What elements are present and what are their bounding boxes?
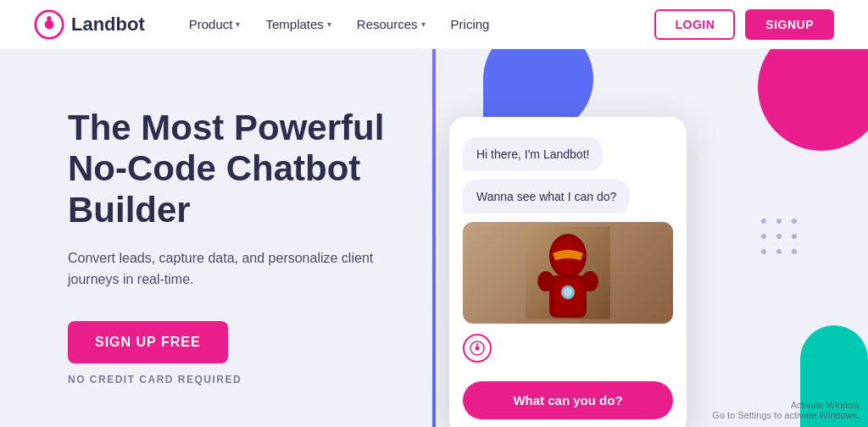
logo-text: Landbot [71,14,145,36]
dot [776,234,782,239]
navbar: Landbot Product ▾ Templates ▾ Resources … [0,0,868,49]
dot [776,219,782,224]
watermark-line1: Activate Window [712,400,860,410]
nav-links: Product ▾ Templates ▾ Resources ▾ Pricin… [179,10,655,38]
svg-point-2 [47,16,51,20]
chevron-down-icon: ▾ [236,19,240,29]
landbot-logo-icon [34,9,64,40]
hero-section: The Most Powerful No-Code Chatbot Builde… [0,49,868,427]
nav-item-resources[interactable]: Resources ▾ [347,10,436,38]
nav-item-templates[interactable]: Templates ▾ [255,10,341,38]
dot [792,234,797,239]
dots-pattern [761,219,800,258]
hero-subtitle: Convert leads, capture data, and persona… [68,247,390,291]
nav-pricing-label: Pricing [451,17,490,31]
hero-title: The Most Powerful No-Code Chatbot Builde… [68,108,432,230]
dot [792,219,797,224]
landbot-avatar-icon [469,340,486,357]
chat-image [463,222,673,324]
chat-bubble-1: Hi there, I'm Landbot! [463,137,603,171]
hero-left: The Most Powerful No-Code Chatbot Builde… [0,49,432,427]
nav-product-label: Product [189,17,233,31]
chevron-down-icon: ▾ [421,19,426,29]
svg-point-11 [537,271,554,291]
dot [776,249,782,254]
chat-bubble-2: Wanna see what I can do? [463,180,630,214]
hero-signup-button[interactable]: SIGN UP FREE [68,321,228,363]
blob-pink-decoration [758,49,868,151]
chat-avatar [463,334,492,363]
dot [761,249,766,254]
nav-templates-label: Templates [265,17,323,31]
ironman-svg [526,226,610,319]
nav-actions: LOGIN SIGNUP [654,9,834,40]
no-credit-label: NO CREDIT CARD REQUIRED [68,374,432,385]
dot [792,249,797,254]
windows-activation-watermark: Activate Window Go to Settings to activa… [712,400,860,420]
chat-widget: Hi there, I'm Landbot! Wanna see what I … [449,117,687,427]
hero-right: Hi there, I'm Landbot! Wanna see what I … [432,49,868,427]
divider-line [432,49,436,427]
svg-point-15 [476,343,479,346]
svg-point-12 [581,271,598,291]
chevron-down-icon: ▾ [327,19,331,29]
dot [761,219,766,224]
chat-cta-button[interactable]: What can you do? [463,381,673,419]
nav-item-product[interactable]: Product ▾ [179,10,251,38]
logo[interactable]: Landbot [34,9,145,40]
svg-point-10 [564,288,572,297]
watermark-line2: Go to Settings to activate Windows. [712,410,860,420]
dot [761,234,766,239]
login-button[interactable]: LOGIN [654,9,735,40]
nav-resources-label: Resources [357,17,418,31]
signup-button[interactable]: SIGNUP [745,9,834,40]
nav-item-pricing[interactable]: Pricing [441,10,500,38]
